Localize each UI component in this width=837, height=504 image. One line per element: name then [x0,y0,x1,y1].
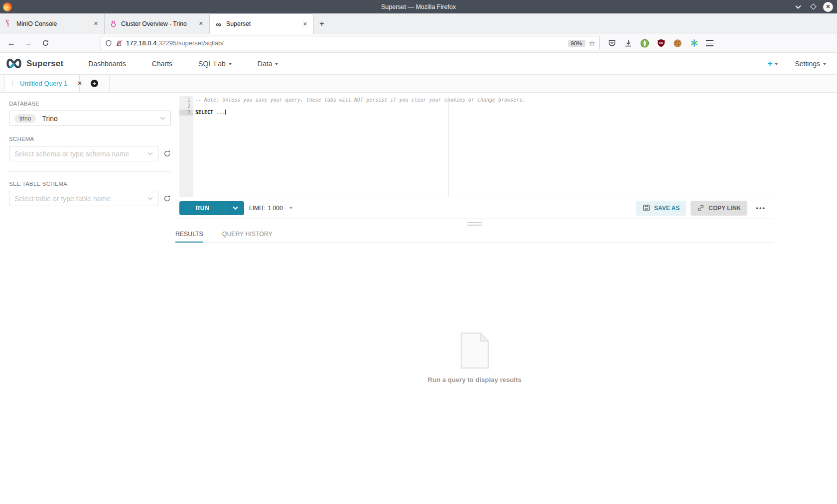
add-query-tab-button[interactable]: + [80,75,110,92]
forward-button[interactable]: → [21,36,36,50]
titlebar: Superset — Mozilla Firefox ✕ [0,0,837,13]
query-tab-untitled-1[interactable]: ⋮ Untitled Query 1 ✕ [4,75,80,92]
tab-close-icon[interactable]: ✕ [301,21,309,27]
toolbar-right: SAVE AS COPY LINK ••• [636,201,770,216]
empty-document-icon [460,332,489,369]
asterisk-extension-icon[interactable] [689,38,699,48]
save-as-label: SAVE AS [654,205,680,212]
window-title: Superset — Mozilla Firefox [0,3,837,10]
url-text[interactable]: 172.18.0.4:32295/superset/sqllab/ [126,39,564,47]
minimize-button[interactable] [793,2,803,12]
more-options-button[interactable]: ••• [752,204,770,212]
settings-menu[interactable]: Settings [795,60,826,68]
schema-select[interactable]: Select schema or type schema name [9,146,158,161]
nav-label: SQL Lab [198,60,226,68]
schema-label: SCHEMA [9,136,171,142]
run-button[interactable]: RUN [179,201,244,215]
table-select[interactable]: Select table or type table name [9,191,158,206]
empty-state-message: Run a query to display results [427,376,521,383]
chevron-down-icon [823,63,826,65]
bookmark-star-icon[interactable]: ☆ [589,39,595,48]
download-icon[interactable] [623,38,633,48]
reload-button[interactable] [38,36,53,50]
results-pane: RESULTS QUERY HISTORY Run a query to dis… [175,219,774,504]
insecure-lock-icon[interactable] [116,39,123,47]
query-tabbar: ⋮ Untitled Query 1 ✕ + [0,75,837,93]
nav-item-sql-lab[interactable]: SQL Lab [198,60,245,68]
chevron-down-icon [289,207,292,209]
browser-tab-trino[interactable]: Cluster Overview - Trino ✕ [105,13,209,34]
new-tab-button[interactable]: + [314,13,330,34]
sidebar-divider [9,171,171,172]
sql-editor[interactable]: 1 2 3 -- Note: Unless you save your quer… [179,96,774,197]
drag-grip-icon[interactable]: ⋮ [9,80,16,87]
database-select[interactable]: trino Trino [9,111,171,126]
url-host: 172.18.0.4 [126,39,156,47]
refresh-schemas-button[interactable] [163,150,171,157]
url-bar[interactable]: 172.18.0.4:32295/superset/sqllab/ 90% ☆ [101,36,600,50]
chevron-down-icon [275,63,278,65]
link-icon [697,204,704,212]
pane-resize-handle[interactable] [467,222,482,226]
limit-dropdown[interactable]: LIMIT: 1 000 [249,205,292,212]
refresh-tables-button[interactable] [163,195,171,202]
tab-close-icon[interactable]: ✕ [92,20,100,27]
editor-gutter: 1 2 3 [179,96,193,197]
maximize-button[interactable] [808,2,818,12]
save-as-button[interactable]: SAVE AS [636,201,686,216]
tab-query-history[interactable]: QUERY HISTORY [222,227,273,242]
nav-item-dashboards[interactable]: Dashboards [88,60,139,68]
database-value: Trino [42,115,57,123]
table-schema-label: SEE TABLE SCHEMA [9,181,171,187]
tab-close-icon[interactable]: ✕ [197,20,205,27]
editor-column: 1 2 3 -- Note: Unless you save your quer… [175,93,774,504]
query-tab-title: Untitled Query 1 [20,80,67,87]
pocket-icon[interactable] [607,38,617,48]
close-button[interactable]: ✕ [823,2,833,12]
editor-code-area[interactable]: -- Note: Unless you save your query, the… [193,96,774,197]
sql-text: ... [213,110,225,115]
query-tab-close-icon[interactable]: ✕ [77,80,82,87]
back-button[interactable]: ← [4,36,19,50]
database-backend-badge: trino [14,114,36,123]
chevron-down-icon [229,63,232,65]
results-empty-state: Run a query to display results [175,332,774,383]
run-options-button[interactable] [226,201,244,215]
add-new-button[interactable]: + [767,59,778,68]
browser-tab-minio[interactable]: MinIO Console ✕ [0,13,105,34]
shield-icon[interactable] [105,39,112,47]
settings-label: Settings [795,60,820,68]
browser-tab-title: Superset [226,20,297,27]
brand-name: Superset [26,59,63,69]
sql-keyword: SELECT [195,110,213,115]
privacy-extension-icon[interactable] [640,38,650,48]
ublock-icon[interactable]: UO [656,38,666,48]
code-line-select: SELECT ... [195,110,774,116]
tab-results[interactable]: RESULTS [175,227,203,242]
limit-label: LIMIT: [249,205,266,212]
chevron-down-icon [147,152,153,155]
database-label: DATABASE [9,101,171,107]
sqllab-main: DATABASE trino Trino SCHEMA Select schem… [0,93,837,504]
copy-link-button[interactable]: COPY LINK [691,201,747,216]
nav-item-data[interactable]: Data [258,60,291,68]
run-label[interactable]: RUN [179,201,226,215]
extension-icons: UO [607,38,699,48]
superset-navbar: Superset Dashboards Charts SQL Lab Data … [0,53,837,75]
nav-item-charts[interactable]: Charts [152,60,185,68]
menu-button[interactable] [706,40,713,46]
chevron-down-icon [160,117,165,120]
copy-link-label: COPY LINK [708,205,741,212]
cookie-extension-icon[interactable] [673,38,683,48]
line-number: 2 [179,103,190,109]
nav-label: Charts [152,60,172,68]
superset-brand[interactable]: Superset [5,58,63,69]
code-line-comment: -- Note: Unless you save your query, the… [195,97,774,103]
line-number: 3 [179,110,193,116]
zoom-level-badge[interactable]: 90% [568,40,585,47]
browser-tab-superset[interactable]: ∞ Superset ✕ [209,13,314,34]
navbar-right: + Settings [767,59,826,68]
plus-icon: + [767,59,772,68]
line-number: 1 [179,97,190,103]
browser-tabstrip: MinIO Console ✕ Cluster Overview - Trino… [0,13,837,34]
